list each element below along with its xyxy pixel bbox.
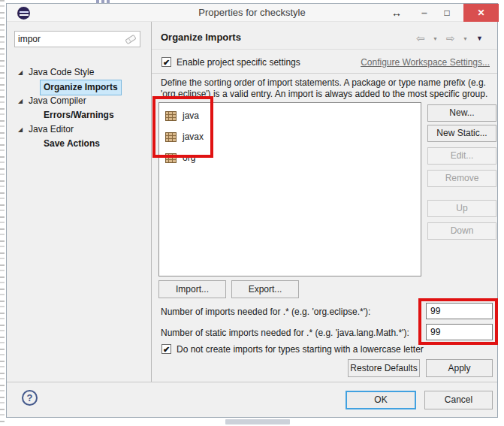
list-item[interactable]: org xyxy=(159,147,421,168)
enable-project-specific-checkbox[interactable]: ✔ xyxy=(161,57,171,67)
clear-filter-icon[interactable] xyxy=(125,35,137,44)
static-imports-threshold-label: Number of static imports needed for .* (… xyxy=(161,328,409,338)
imports-threshold-input[interactable] xyxy=(426,303,493,319)
tree-expander-icon[interactable]: ◢ xyxy=(18,122,23,137)
lowercase-types-checkbox[interactable]: ✔ xyxy=(161,344,171,354)
configure-workspace-settings-link[interactable]: Configure Workspace Settings... xyxy=(361,57,490,68)
close-icon[interactable]: ✕ xyxy=(463,4,499,22)
nav-forward-icon[interactable]: ⇨ xyxy=(446,32,455,44)
new-static-button[interactable]: New Static... xyxy=(427,125,496,142)
lowercase-types-label: Do not create imports for types starting… xyxy=(177,344,424,355)
tree-row: Organize Imports xyxy=(7,80,151,94)
description-text: Define the sorting order of import state… xyxy=(161,77,502,100)
import-button[interactable]: Import... xyxy=(158,280,226,298)
background-window-edge xyxy=(0,0,5,426)
imports-threshold-label: Number of imports needed for .* (e.g. 'o… xyxy=(161,307,370,317)
package-icon xyxy=(165,132,177,142)
preferences-tree: ◢ Java Code Style Organize Imports ◢ Jav… xyxy=(7,65,151,151)
properties-dialog: Properties for checkstyle ↔ – □ ✕ ◢ Java… xyxy=(6,3,498,418)
titlebar: Properties for checkstyle ↔ – □ ✕ xyxy=(7,4,497,22)
static-imports-threshold-input[interactable] xyxy=(426,324,493,340)
package-icon xyxy=(165,153,177,163)
edit-button: Edit... xyxy=(427,147,496,165)
section-divider xyxy=(152,73,497,74)
screen: Properties for checkstyle ↔ – □ ✕ ◢ Java… xyxy=(0,0,504,426)
tree-expander-icon[interactable]: ◢ xyxy=(18,65,23,80)
sidebar-item-java-editor[interactable]: Java Editor xyxy=(29,122,74,137)
import-groups-list[interactable]: java javax org xyxy=(158,102,421,276)
list-item[interactable]: java xyxy=(159,105,421,126)
enable-project-specific-label: Enable project specific settings xyxy=(177,57,300,68)
down-button: Down xyxy=(427,222,496,240)
view-menu-icon[interactable]: ▼ xyxy=(476,35,483,42)
nav-back-dropdown-icon[interactable]: ▼ xyxy=(433,36,438,41)
nav-forward-dropdown-icon[interactable]: ▼ xyxy=(463,36,468,41)
tree-row: Errors/Warnings xyxy=(7,108,151,122)
sidebar-item-save-actions[interactable]: Save Actions xyxy=(44,137,100,151)
sidebar-divider xyxy=(151,22,152,382)
help-button[interactable]: ? xyxy=(22,390,38,406)
maximize-icon[interactable]: □ xyxy=(438,4,456,22)
sidebar-item-errors-warnings[interactable]: Errors/Warnings xyxy=(44,108,114,122)
up-button: Up xyxy=(427,200,496,217)
ok-button[interactable]: OK xyxy=(346,391,416,409)
import-group-label: org xyxy=(183,153,195,163)
apply-button[interactable]: Apply xyxy=(426,359,493,377)
tree-row: ◢ Java Code Style xyxy=(7,65,151,80)
nav-back-icon[interactable]: ⇦ xyxy=(416,32,425,44)
sidebar-item-java-compiler[interactable]: Java Compiler xyxy=(29,94,86,108)
footer-divider xyxy=(7,382,497,382)
import-group-label: java xyxy=(183,110,199,121)
sidebar-item-java-code-style[interactable]: Java Code Style xyxy=(29,65,94,80)
export-button[interactable]: Export... xyxy=(231,280,299,298)
cancel-button[interactable]: Cancel xyxy=(424,391,493,409)
tree-expander-icon[interactable]: ◢ xyxy=(18,94,23,108)
package-icon xyxy=(165,111,177,121)
import-group-label: javax xyxy=(183,131,204,142)
tree-row: Save Actions xyxy=(7,137,151,151)
sidebar-item-organize-imports[interactable]: Organize Imports xyxy=(40,80,122,95)
tree-row: ◢ Java Editor xyxy=(7,122,151,137)
page-title: Organize Imports xyxy=(161,32,241,43)
restore-defaults-button[interactable]: Restore Defaults xyxy=(348,359,420,377)
remove-button: Remove xyxy=(427,170,496,187)
filter-input[interactable] xyxy=(18,32,122,46)
background-window-fragment-bottom xyxy=(225,419,290,424)
new-button[interactable]: New... xyxy=(427,104,496,122)
restore-size-icon[interactable]: ↔ xyxy=(387,4,406,22)
filter-box xyxy=(14,31,140,47)
list-item[interactable]: javax xyxy=(159,126,421,147)
header-divider xyxy=(152,49,497,50)
minimize-icon[interactable]: – xyxy=(415,4,433,22)
preferences-sidebar: ◢ Java Code Style Organize Imports ◢ Jav… xyxy=(7,22,151,382)
tree-row: ◢ Java Compiler xyxy=(7,94,151,108)
